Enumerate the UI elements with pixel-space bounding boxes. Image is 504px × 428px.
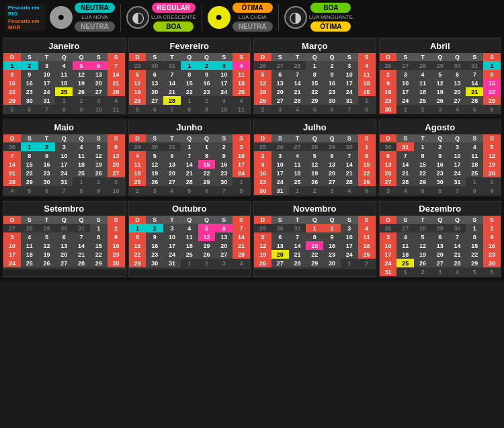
cal-day: 3: [215, 96, 233, 105]
day-header-D: D: [129, 53, 146, 61]
cal-day: 25: [466, 169, 483, 177]
cal-day: 19: [90, 160, 108, 169]
cal-day: 24: [3, 259, 21, 267]
day-header-S: S: [358, 216, 376, 224]
cal-day: 10: [215, 70, 233, 79]
cal-day: 7: [55, 186, 73, 195]
cal-day: 8: [306, 70, 323, 79]
cal-day: 4: [358, 224, 376, 232]
cal-day: 31: [38, 96, 56, 105]
cal-day: 9: [21, 70, 38, 79]
cal-day: 17: [341, 79, 358, 87]
cal-day: 2: [108, 224, 125, 232]
cal-day: 14: [108, 70, 125, 79]
cal-day: 16: [380, 87, 397, 96]
cal-day: 6: [431, 186, 449, 195]
month-table: DSTQQSS303112345678910111213141516171819…: [380, 134, 501, 195]
cal-day: 3: [233, 142, 250, 151]
day-header-S: S: [90, 134, 108, 142]
cal-day: 3: [215, 259, 233, 267]
cal-day: 28: [73, 259, 90, 267]
month-title: Junho: [129, 120, 251, 134]
cal-day: 31: [466, 61, 483, 70]
cal-day: 20: [323, 169, 341, 177]
cal-day: 24: [38, 87, 56, 96]
cal-day: 4: [129, 151, 146, 160]
cal-day: 1: [306, 61, 323, 70]
month-agosto: AgostoDSTQQSS303112345678910111213141516…: [379, 120, 502, 196]
day-header-S: S: [233, 216, 250, 224]
cal-day: 1: [129, 224, 146, 232]
cal-day: 19: [38, 250, 56, 259]
cal-day: 5: [306, 151, 323, 160]
cal-day: 11: [181, 232, 198, 241]
cal-day: 4: [55, 61, 73, 70]
cal-day: 30: [380, 142, 397, 151]
day-header-Q: Q: [55, 216, 73, 224]
cal-day: 27: [271, 61, 289, 70]
cal-day: 31: [163, 259, 181, 267]
cal-day: 14: [466, 79, 483, 87]
cal-day: 30: [215, 177, 233, 186]
divider-1: [120, 4, 121, 31]
cal-day: 10: [38, 70, 56, 79]
cal-day: 14: [233, 232, 250, 241]
cal-day: 2: [90, 177, 108, 186]
cal-day: 29: [129, 259, 146, 267]
neutra-badge-1: NEUTRA: [75, 3, 115, 13]
cal-day: 6: [271, 70, 289, 79]
cal-day: 21: [466, 87, 483, 96]
month-junho: JunhoDSTQQSS2930311123456789101112131415…: [128, 120, 251, 196]
cal-day: 8: [483, 70, 501, 79]
cal-day: 5: [414, 232, 431, 241]
cal-day: 5: [358, 186, 376, 195]
cal-day: 3: [380, 186, 397, 195]
cal-day: 4: [289, 105, 306, 114]
cal-day: 20: [271, 87, 289, 96]
cal-day: 7: [341, 105, 358, 114]
cal-day: 29: [254, 224, 271, 232]
cal-day: 7: [181, 151, 198, 160]
cal-day: 2: [198, 259, 216, 267]
cal-day: 20: [380, 169, 397, 177]
cal-day: 7: [233, 224, 250, 232]
day-header-Q: Q: [198, 53, 216, 61]
day-header-S: S: [396, 134, 414, 142]
cal-day: [3, 267, 21, 269]
day-header-S: S: [215, 134, 233, 142]
cal-day: 17: [396, 87, 414, 96]
day-header-Q: Q: [181, 53, 198, 61]
cal-day: [233, 267, 250, 269]
cal-day: 9: [254, 160, 271, 169]
cal-day: 22: [181, 87, 198, 96]
day-header-S: S: [396, 53, 414, 61]
cal-day: 26: [254, 61, 271, 70]
cal-day: 2: [483, 177, 501, 186]
cal-day: 15: [129, 241, 146, 250]
cal-day: 31: [449, 177, 466, 186]
lua-minguante-labels: BOA LUA MINGUANTE ÓTIMA: [309, 3, 353, 32]
cal-day: 7: [215, 186, 233, 195]
cal-day: 30: [449, 224, 466, 232]
cal-day: 19: [483, 160, 501, 169]
month-title: Setembro: [3, 202, 125, 216]
fish-logo: Pescaria em RIO Pescaria em MAR: [5, 4, 46, 31]
cal-day: 7: [449, 186, 466, 195]
cal-day: 8: [306, 232, 323, 241]
cal-day: 2: [431, 142, 449, 151]
month-title: Janeiro: [3, 39, 125, 53]
month-table: DSTQQSS123456789101112131415161718192021…: [3, 53, 125, 114]
cal-day: 6: [21, 105, 38, 114]
cal-day: 15: [21, 160, 38, 169]
cal-day: 6: [163, 151, 181, 160]
cal-day: 29: [306, 96, 323, 105]
cal-day: 8: [358, 105, 376, 114]
cal-day: 1: [289, 186, 306, 195]
day-header-T: T: [38, 134, 56, 142]
cal-day: 18: [21, 250, 38, 259]
cal-day: 18: [466, 160, 483, 169]
cal-day: 30: [146, 259, 163, 267]
cal-day: 10: [449, 151, 466, 160]
day-header-Q: Q: [306, 53, 323, 61]
cal-day: 9: [483, 232, 501, 241]
